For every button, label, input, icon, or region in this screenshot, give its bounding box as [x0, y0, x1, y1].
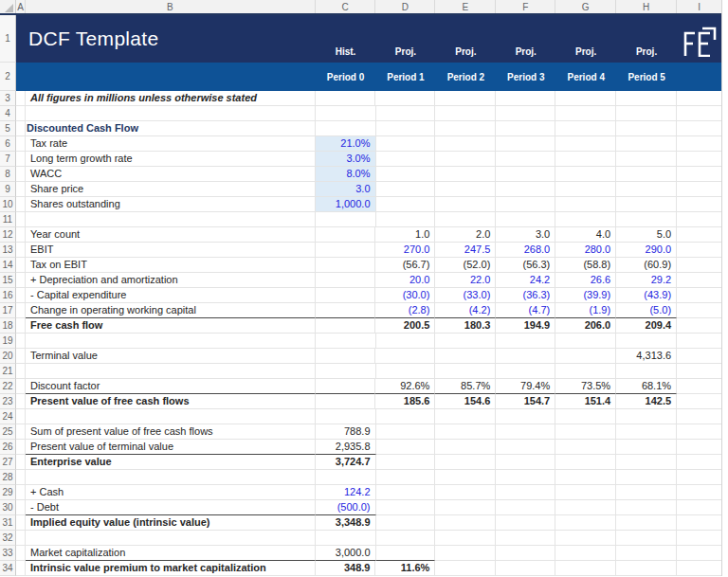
cell-I22[interactable] — [677, 379, 721, 394]
cell-F17[interactable]: (4.7) — [496, 303, 555, 318]
cell-H27[interactable] — [616, 455, 677, 470]
cell-B13[interactable]: EBIT — [26, 243, 316, 258]
cell-I16[interactable] — [677, 288, 721, 303]
cell-D17[interactable]: (2.8) — [375, 303, 435, 318]
cell-G1[interactable]: Proj. — [555, 15, 616, 63]
cell-H1[interactable]: Proj. — [616, 15, 677, 63]
cell-H15[interactable]: 29.2 — [616, 273, 677, 288]
cell-F29[interactable] — [496, 485, 555, 500]
cell-E6[interactable] — [435, 136, 496, 152]
cell-G3[interactable] — [555, 91, 616, 106]
cell-C2[interactable]: Period 0 — [316, 63, 376, 91]
col-header-C[interactable]: C — [316, 0, 376, 13]
cell-F10[interactable] — [496, 197, 555, 212]
cell-I24[interactable] — [677, 409, 721, 424]
cell-E12[interactable]: 2.0 — [435, 227, 496, 243]
cell-C15[interactable] — [316, 273, 376, 288]
cell-D34[interactable]: 11.6% — [375, 561, 435, 576]
select-all-button[interactable] — [0, 0, 16, 13]
cell-A9[interactable] — [16, 182, 26, 197]
cell-H29[interactable] — [616, 485, 677, 500]
cell-H21[interactable] — [616, 364, 677, 379]
cell-B26[interactable]: Present value of terminal value — [26, 440, 316, 455]
cell-I34[interactable] — [677, 561, 721, 576]
cell-H24[interactable] — [616, 409, 677, 424]
cell-B12[interactable]: Year count — [26, 227, 316, 243]
row-header-7[interactable]: 7 — [0, 152, 16, 167]
cell-H4[interactable] — [616, 106, 677, 121]
cell-F11[interactable] — [496, 212, 555, 227]
cell-C33[interactable]: 3,000.0 — [316, 546, 376, 561]
cell-B4[interactable] — [26, 106, 316, 121]
row-header-12[interactable]: 12 — [0, 227, 16, 243]
cell-G29[interactable] — [555, 485, 616, 500]
cell-A18[interactable] — [16, 318, 26, 334]
row-header-9[interactable]: 9 — [0, 182, 16, 197]
cell-B5[interactable]: Discounted Cash Flow — [26, 121, 316, 136]
cell-E22[interactable]: 85.7% — [435, 379, 496, 394]
cell-C26[interactable]: 2,935.8 — [316, 440, 376, 455]
cell-H20[interactable]: 4,313.6 — [616, 349, 677, 364]
row-header-28[interactable]: 28 — [0, 470, 16, 485]
cell-G5[interactable] — [555, 121, 616, 136]
sheet-title-cell[interactable]: DCF Template — [16, 15, 316, 63]
cell-F6[interactable] — [496, 136, 555, 152]
cell-G34[interactable] — [555, 561, 616, 576]
cell-G21[interactable] — [555, 364, 616, 379]
cell-B27[interactable]: Enterprise value — [26, 455, 316, 470]
cell-D18[interactable]: 200.5 — [375, 318, 435, 334]
cell-C13[interactable] — [316, 243, 376, 258]
cell-H16[interactable]: (43.9) — [616, 288, 677, 303]
cell-A20[interactable] — [16, 349, 26, 364]
cell-B20[interactable]: Terminal value — [26, 349, 316, 364]
cell-E27[interactable] — [435, 455, 496, 470]
cell-D22[interactable]: 92.6% — [375, 379, 435, 394]
cell-C21[interactable] — [316, 364, 376, 379]
cell-G17[interactable]: (1.9) — [555, 303, 616, 318]
cell-I18[interactable] — [677, 318, 721, 334]
cell-H34[interactable] — [616, 561, 677, 576]
cell-A14[interactable] — [16, 258, 26, 273]
cell-A4[interactable] — [16, 106, 26, 121]
cell-G7[interactable] — [555, 152, 616, 167]
cell-C28[interactable] — [316, 470, 376, 485]
cell-F5[interactable] — [496, 121, 555, 136]
cell-B24[interactable] — [26, 409, 316, 424]
cell-E13[interactable]: 247.5 — [435, 243, 496, 258]
cell-D5[interactable] — [376, 121, 436, 136]
cell-I9[interactable] — [677, 182, 721, 197]
cell-C1[interactable]: Hist. — [316, 15, 376, 63]
cell-C29[interactable]: 124.2 — [316, 485, 376, 500]
cell-B6[interactable]: Tax rate — [26, 136, 316, 152]
cell-A17[interactable] — [16, 303, 26, 318]
cell-D11[interactable] — [376, 212, 436, 227]
cell-B28[interactable] — [26, 470, 316, 485]
cell-H33[interactable] — [616, 546, 677, 561]
cell-G16[interactable]: (39.9) — [555, 288, 616, 303]
row-header-18[interactable]: 18 — [0, 318, 16, 334]
cell-I32[interactable] — [677, 531, 721, 546]
cell-D13[interactable]: 270.0 — [375, 243, 435, 258]
cell-C20[interactable] — [316, 349, 376, 364]
row-header-21[interactable]: 21 — [0, 364, 16, 379]
cell-B21[interactable] — [26, 364, 316, 379]
cell-A23[interactable] — [16, 394, 26, 409]
row-header-27[interactable]: 27 — [0, 455, 16, 470]
cell-F22[interactable]: 79.4% — [496, 379, 555, 394]
cell-F12[interactable]: 3.0 — [496, 227, 555, 243]
cell-F30[interactable] — [496, 500, 555, 515]
col-header-A[interactable]: A — [16, 0, 26, 13]
cell-I1[interactable] — [677, 15, 721, 63]
col-header-H[interactable]: H — [616, 0, 677, 13]
cell-H30[interactable] — [616, 500, 677, 515]
row-header-26[interactable]: 26 — [0, 440, 16, 455]
cell-H8[interactable] — [616, 167, 677, 182]
cell-D24[interactable] — [376, 409, 436, 424]
col-header-I[interactable]: I — [677, 0, 721, 13]
cell-C3[interactable] — [316, 91, 376, 106]
cell-H6[interactable] — [616, 136, 677, 152]
cell-I13[interactable] — [677, 243, 721, 258]
cell-D33[interactable] — [376, 546, 436, 561]
cell-H5[interactable] — [616, 121, 677, 136]
cell-D26[interactable] — [376, 440, 436, 455]
